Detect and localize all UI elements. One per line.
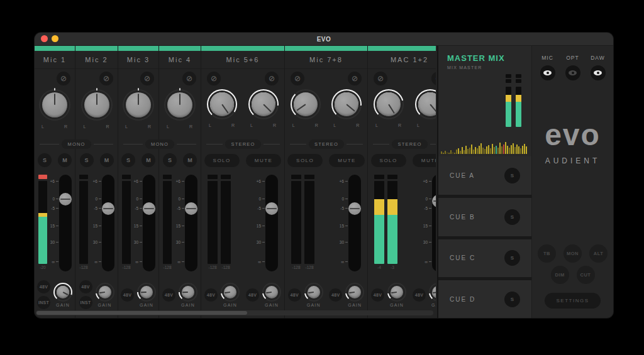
gain-knob[interactable] xyxy=(262,283,281,302)
phantom-48v-button[interactable]: 48V xyxy=(37,280,50,293)
io-eye-button[interactable] xyxy=(540,65,555,80)
alt-button[interactable]: ALT xyxy=(589,244,608,263)
pan-knob[interactable] xyxy=(331,89,362,119)
phase-button[interactable]: ⊘ xyxy=(348,72,362,85)
cue-solo-button[interactable]: S xyxy=(504,292,520,307)
gain-label: GAIN xyxy=(265,303,279,307)
phase-button[interactable]: ⊘ xyxy=(374,72,387,85)
channel-fader[interactable] xyxy=(143,175,155,271)
knob-face xyxy=(126,92,151,117)
channel-fader[interactable] xyxy=(348,175,361,271)
gain-knob[interactable] xyxy=(304,283,323,302)
mon-button[interactable]: MON xyxy=(564,244,582,263)
phase-button[interactable]: ⊘ xyxy=(99,72,113,85)
channel-fader[interactable] xyxy=(432,175,436,271)
phantom-48v-button[interactable]: 48V xyxy=(329,288,342,302)
mute-button[interactable]: M xyxy=(100,153,114,167)
mute-button[interactable]: M xyxy=(58,153,72,167)
fader-thumb[interactable] xyxy=(143,202,155,215)
pan-knob[interactable] xyxy=(207,89,237,119)
cut-button[interactable]: CUT xyxy=(577,266,595,284)
gain-knob[interactable] xyxy=(221,283,240,302)
group-row-spacer xyxy=(118,139,158,152)
channel-fader[interactable] xyxy=(265,175,278,271)
pan-knob[interactable] xyxy=(123,89,154,121)
fader-thumb[interactable] xyxy=(348,202,361,215)
inst-button[interactable]: INST xyxy=(37,296,50,309)
fader-thumb[interactable] xyxy=(102,202,114,215)
cue-solo-button[interactable]: S xyxy=(504,250,520,266)
pan-knob[interactable] xyxy=(374,89,404,119)
cue-solo-button[interactable]: S xyxy=(504,168,520,183)
gain-knob[interactable] xyxy=(96,283,114,302)
phase-button[interactable]: ⊘ xyxy=(207,72,221,85)
mute-button[interactable]: M xyxy=(142,153,155,167)
inst-button[interactable]: INST xyxy=(79,296,92,309)
title-bar[interactable]: EVO xyxy=(35,33,613,46)
phantom-48v-button[interactable]: 48V xyxy=(162,288,175,302)
scrollbar-thumb[interactable] xyxy=(36,311,247,315)
fader-thumb[interactable] xyxy=(265,202,278,215)
solo-button[interactable]: SOLO xyxy=(287,154,323,167)
channel-fader[interactable] xyxy=(185,175,197,271)
phantom-48v-button[interactable]: 48V xyxy=(121,288,134,302)
settings-button[interactable]: SETTINGS xyxy=(545,293,600,309)
pan-knob[interactable] xyxy=(248,89,279,119)
phase-button[interactable]: ⊘ xyxy=(182,72,196,85)
gain-knob[interactable] xyxy=(179,283,197,302)
knob-face xyxy=(335,92,358,116)
solo-button[interactable]: S xyxy=(121,153,135,167)
io-eye-button[interactable] xyxy=(591,65,606,80)
solo-button[interactable]: SOLO xyxy=(371,154,406,167)
fader-thumb[interactable] xyxy=(185,202,197,215)
phase-button[interactable]: ⊘ xyxy=(265,72,279,85)
close-button[interactable] xyxy=(41,35,48,42)
gain-label: GAIN xyxy=(223,303,237,307)
phase-button[interactable]: ⊘ xyxy=(291,72,304,85)
solo-button[interactable]: S xyxy=(163,153,177,167)
gain-knob[interactable] xyxy=(429,283,436,302)
solo-button[interactable]: S xyxy=(38,153,52,167)
io-eye-button[interactable] xyxy=(565,65,580,80)
knob-pointer xyxy=(388,104,395,113)
knob-pointer xyxy=(225,292,230,293)
cue-solo-button[interactable]: S xyxy=(504,209,520,225)
phase-button[interactable]: ⊘ xyxy=(57,72,70,85)
fader-thumb[interactable] xyxy=(59,193,72,205)
horizontal-scrollbar[interactable] xyxy=(36,310,433,315)
phantom-48v-button[interactable]: 48V xyxy=(204,288,218,302)
mute-button[interactable]: M xyxy=(183,153,197,167)
gain-knob[interactable] xyxy=(53,283,72,302)
gain-knob[interactable] xyxy=(345,283,364,302)
pan-knob[interactable] xyxy=(39,89,70,121)
mute-button[interactable]: MUTE xyxy=(246,154,282,167)
phase-button[interactable]: ⊘ xyxy=(140,72,154,85)
cue-row[interactable]: CUE DS xyxy=(438,280,531,318)
phantom-48v-button[interactable]: 48V xyxy=(288,288,301,302)
cue-row[interactable]: CUE CS xyxy=(438,239,531,278)
mute-button[interactable]: MUTE xyxy=(329,154,365,167)
cue-row[interactable]: CUE AS xyxy=(438,156,531,195)
channel-fader[interactable] xyxy=(102,175,114,271)
pan-knob[interactable] xyxy=(291,89,321,119)
pan-knob[interactable] xyxy=(164,89,196,121)
channel-fader[interactable] xyxy=(59,175,72,271)
mute-button[interactable]: MUTE xyxy=(413,154,436,167)
phantom-48v-button[interactable]: 48V xyxy=(413,288,426,302)
phantom-48v-button[interactable]: 48V xyxy=(246,288,259,302)
solo-button[interactable]: SOLO xyxy=(204,154,240,167)
tb-button[interactable]: TB xyxy=(538,244,556,263)
minimize-button[interactable] xyxy=(52,35,58,42)
phantom-48v-button[interactable]: 48V xyxy=(371,288,384,302)
phantom-48v-button[interactable]: 48V xyxy=(79,280,92,293)
solo-button[interactable]: S xyxy=(80,153,94,167)
cue-row[interactable]: CUE BS xyxy=(438,198,531,236)
dim-button[interactable]: DIM xyxy=(551,266,569,284)
fader-thumb[interactable] xyxy=(432,195,436,207)
phase-button[interactable]: ⊘ xyxy=(431,72,436,85)
pan-knob[interactable] xyxy=(81,89,113,121)
gain-knob[interactable] xyxy=(137,283,156,302)
gain-knob[interactable] xyxy=(387,283,406,302)
knob-face xyxy=(182,286,194,298)
pan-knob[interactable] xyxy=(415,89,436,119)
